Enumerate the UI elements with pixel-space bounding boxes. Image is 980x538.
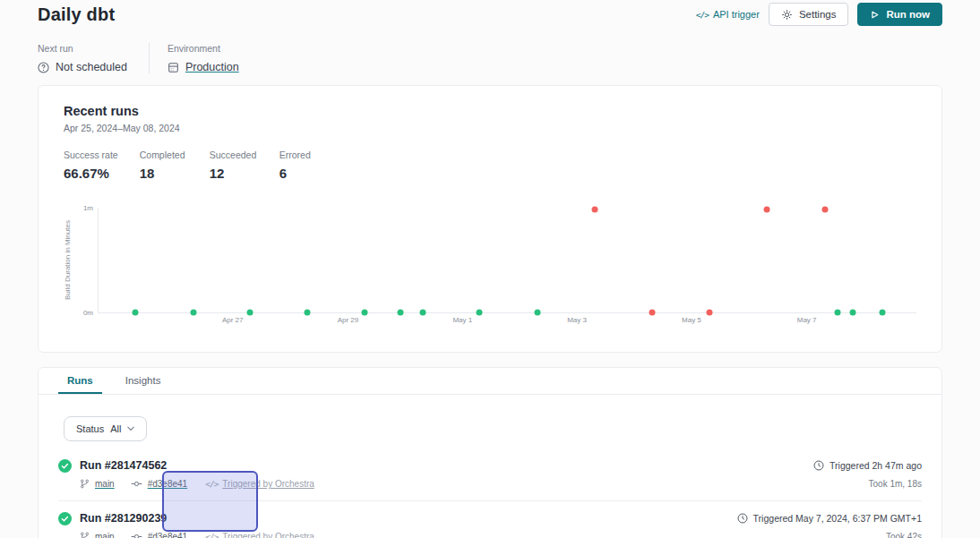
clock-icon <box>737 513 748 524</box>
tab-insights[interactable]: Insights <box>116 368 170 394</box>
stat-label: Completed <box>140 149 188 160</box>
code-icon: </> <box>696 10 709 20</box>
code-icon: </> <box>205 479 218 489</box>
chart-plot: Apr 27Apr 29May 1May 3May 5May 7 <box>98 208 916 313</box>
run-row[interactable]: Run #281290239 main <box>58 501 922 538</box>
trigger-source-link[interactable]: </> Triggered by Orchestra <box>205 479 314 489</box>
date-range: Apr 25, 2024–May 08, 2024 <box>64 123 916 133</box>
run-triggered: Triggered May 7, 2024, 6:37 PM GMT+1 <box>737 513 922 524</box>
x-tick-label: May 7 <box>797 316 817 324</box>
commit-icon <box>131 480 142 488</box>
check-circle-icon <box>58 512 72 538</box>
run-data-point[interactable] <box>361 310 367 316</box>
x-tick-label: May 3 <box>567 316 587 324</box>
api-trigger-link[interactable]: </> API trigger <box>696 9 760 20</box>
recent-runs-title: Recent runs <box>64 104 916 118</box>
environment-link[interactable]: Production <box>185 61 239 73</box>
x-tick-label: Apr 27 <box>222 316 244 324</box>
chevron-down-icon <box>127 426 134 431</box>
run-now-label: Run now <box>886 9 930 20</box>
run-data-point[interactable] <box>304 310 310 316</box>
run-meta: main #d3e8e41 </> Triggered by Orchestra <box>80 479 314 489</box>
trigger-source-label: Triggered by Orchestra <box>222 532 314 538</box>
gear-icon <box>781 9 793 21</box>
run-info: Run #281474562 main <box>80 459 314 489</box>
run-left: Run #281474562 main <box>58 459 314 489</box>
status-filter-label: Status <box>76 423 104 434</box>
build-duration-chart: Build Duration in Minutes 1m 0m Apr 27Ap… <box>64 208 916 317</box>
run-meta: main #d3e8e41 </> Triggered by Orchestra <box>80 532 314 538</box>
run-data-point[interactable] <box>190 310 196 316</box>
page-title: Daily dbt <box>38 4 115 25</box>
commit-icon <box>131 533 142 538</box>
environment-value-row: Production <box>168 61 239 73</box>
run-data-point[interactable] <box>133 310 139 316</box>
x-tick-label: Apr 29 <box>338 316 359 324</box>
next-run-value-row: Not scheduled <box>38 61 127 73</box>
commit-link[interactable]: #d3e8e41 <box>148 532 188 538</box>
next-run-value: Not scheduled <box>56 61 127 73</box>
run-left: Run #281290239 main <box>58 512 314 538</box>
run-title: Run #281290239 <box>80 512 314 525</box>
trigger-source-label: Triggered by Orchestra <box>222 479 314 489</box>
settings-button[interactable]: Settings <box>769 3 849 26</box>
api-trigger-label: API trigger <box>713 9 760 20</box>
run-data-point[interactable] <box>879 310 885 316</box>
page-header: Daily dbt </> API trigger Settings Run n… <box>0 0 980 26</box>
run-data-point[interactable] <box>535 310 541 316</box>
run-data-point[interactable] <box>397 310 403 316</box>
x-tick-label: May 1 <box>452 316 472 324</box>
run-data-point[interactable] <box>707 310 713 316</box>
run-data-point[interactable] <box>763 207 769 213</box>
run-right: Triggered May 7, 2024, 6:37 PM GMT+1 Too… <box>737 512 922 538</box>
subheader: Next run Not scheduled Environment <box>0 43 980 73</box>
runs-card: Runs Insights Status All Run #28147456 <box>38 367 942 538</box>
next-run-group: Next run Not scheduled <box>38 43 149 73</box>
commit-link[interactable]: #d3e8e41 <box>148 479 188 489</box>
status-filter-dropdown[interactable]: Status All <box>64 416 147 441</box>
stat-completed: Completed 18 <box>140 149 188 181</box>
database-icon <box>168 62 179 73</box>
chart-y-axis-label: Build Duration in Minutes <box>64 208 76 313</box>
run-data-point[interactable] <box>246 310 253 316</box>
stat-label: Errored <box>279 149 328 160</box>
stat-value: 18 <box>140 166 188 181</box>
branch-link[interactable]: main <box>95 479 115 489</box>
chart-y-ticks: 1m 0m <box>76 204 98 317</box>
run-took: Took 1m, 18s <box>813 479 922 489</box>
run-took: Took 42s <box>737 532 922 538</box>
branch-link[interactable]: main <box>95 532 115 538</box>
run-info: Run #281290239 main <box>80 512 314 538</box>
play-icon <box>870 10 880 20</box>
environment-group: Environment Production <box>168 43 261 73</box>
trigger-source-link[interactable]: </> Triggered by Orchestra <box>205 532 314 538</box>
run-now-button[interactable]: Run now <box>857 3 942 26</box>
settings-label: Settings <box>799 9 837 20</box>
status-filter-value: All <box>110 423 121 434</box>
stat-label: Succeeded <box>210 149 258 160</box>
run-data-point[interactable] <box>477 310 483 316</box>
run-data-point[interactable] <box>420 310 426 316</box>
stats-row: Success rate 66.67% Completed 18 Succeed… <box>64 149 916 181</box>
x-tick-label: May 5 <box>682 316 701 324</box>
run-triggered-text: Triggered 2h 47m ago <box>830 460 922 471</box>
stat-success-rate: Success rate 66.67% <box>64 149 118 181</box>
question-circle-icon <box>38 62 49 73</box>
stat-value: 12 <box>210 166 258 181</box>
run-title: Run #281474562 <box>80 459 314 472</box>
run-data-point[interactable] <box>835 310 841 316</box>
git-branch-icon <box>80 532 90 538</box>
run-data-point[interactable] <box>849 310 855 316</box>
y-tick-1m: 1m <box>83 204 93 212</box>
stat-label: Success rate <box>64 149 118 160</box>
git-branch-icon <box>80 479 90 489</box>
vertical-divider <box>149 43 150 73</box>
run-data-point[interactable] <box>592 207 598 213</box>
run-data-point[interactable] <box>649 310 656 316</box>
tab-runs[interactable]: Runs <box>58 368 102 394</box>
stat-value: 6 <box>279 166 328 181</box>
environment-label: Environment <box>168 43 239 54</box>
y-tick-0m: 0m <box>83 309 93 317</box>
run-data-point[interactable] <box>821 207 828 213</box>
run-row[interactable]: Run #281474562 main <box>58 448 922 501</box>
